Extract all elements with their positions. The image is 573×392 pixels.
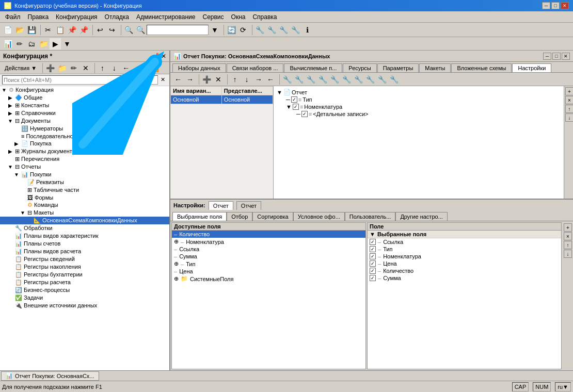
tree-item-requisites[interactable]: 📝 Реквизиты xyxy=(0,178,169,186)
settings-tab-fields[interactable]: Выбранные поля xyxy=(172,212,227,221)
menu-config[interactable]: Конфигурация xyxy=(53,12,101,22)
tree-item-documents[interactable]: ▼ ⊟ Документы xyxy=(0,117,169,125)
info-button[interactable]: ℹ xyxy=(301,24,313,36)
tree-item-accounting-regs[interactable]: 📋 Регистры бухгалтерии xyxy=(0,271,169,279)
edit-item[interactable]: ✏ xyxy=(68,62,79,74)
field-sel-link[interactable]: – Ссылка xyxy=(368,238,561,246)
new-button[interactable]: 📄 xyxy=(2,24,13,36)
tool1-button[interactable]: 🔧 xyxy=(254,24,265,36)
config-view-button[interactable]: 📊 xyxy=(2,38,13,50)
fwd-btn[interactable]: → xyxy=(184,74,196,85)
tab-nested[interactable]: Вложенные схемы xyxy=(451,63,512,73)
nomenclature-avail-expand[interactable]: ⊕ xyxy=(174,238,179,245)
tab-parameters[interactable]: Параметры xyxy=(377,63,419,73)
schema-del-btn[interactable]: × xyxy=(565,96,573,104)
field-item-price-avail[interactable]: – Цена xyxy=(172,268,365,275)
tool-e[interactable]: 🔧 xyxy=(329,74,340,85)
menu-admin[interactable]: Администрирование xyxy=(133,12,198,22)
settings-tab-cond[interactable]: Условное офо... xyxy=(293,212,345,221)
del-btn[interactable]: ✕ xyxy=(213,74,224,85)
config-edit-button[interactable]: ✏ xyxy=(14,38,25,50)
field-sel-quantity[interactable]: – Количество xyxy=(368,267,561,274)
tree-item-table-parts[interactable]: ⊞ Табличные части xyxy=(0,186,169,194)
tree-item-general[interactable]: ▶ 🔷 Общие xyxy=(0,94,169,102)
config-search-input[interactable] xyxy=(2,75,158,85)
tree-item-commands[interactable]: ⚙ Команды xyxy=(0,201,169,209)
nomenclature-checkbox[interactable] xyxy=(293,104,299,110)
schema-detail[interactable]: ─ ≡ <Детальные записи> xyxy=(276,110,562,118)
tree-item-directories[interactable]: ▶ ⊞ Справочники xyxy=(0,109,169,117)
tab-settings[interactable]: Настройки xyxy=(512,63,551,73)
search-input[interactable] xyxy=(147,25,209,35)
tool4-button[interactable]: 🔧 xyxy=(290,24,301,36)
cb-type[interactable] xyxy=(370,246,376,252)
tree-item-purchase-doc[interactable]: ▶ 📄 Покупка xyxy=(0,140,169,148)
tool-a[interactable]: 🔧 xyxy=(281,74,293,85)
tool-f[interactable]: 🔧 xyxy=(341,74,352,85)
tool-h[interactable]: 🔧 xyxy=(364,74,376,85)
tree-item-sequences[interactable]: ≡ Последовательности xyxy=(0,133,169,140)
run-dropdown[interactable]: ▼ xyxy=(61,38,73,50)
field-item-link-avail[interactable]: – Ссылка xyxy=(172,246,365,253)
save-button[interactable]: 💾 xyxy=(26,24,37,36)
tree-item-layouts[interactable]: ▼ ⊟ Макеты xyxy=(0,209,169,217)
sel-add-btn[interactable]: + xyxy=(564,223,572,232)
config-nav-button[interactable]: 🗂 xyxy=(26,38,37,50)
rp-minimize[interactable]: ─ xyxy=(543,53,551,60)
settings-subtab-report2[interactable]: Отчет xyxy=(236,201,261,210)
panel-close-button[interactable]: ✕ xyxy=(161,53,166,60)
tree-item-config[interactable]: ▼ ⚙ Конфигурация xyxy=(0,86,169,94)
tree-item-journals[interactable]: ▶ ⊞ Журналы документов xyxy=(0,148,169,155)
copy-button[interactable]: 📋 xyxy=(54,24,66,36)
field-item-quantity[interactable]: – Количество xyxy=(172,231,365,238)
tree-item-account-plans[interactable]: 📊 Планы счетов xyxy=(0,240,169,248)
type-expand[interactable]: ⊕ xyxy=(174,260,179,267)
menu-file[interactable]: Файл xyxy=(2,12,24,22)
open-button[interactable]: 📂 xyxy=(14,24,25,36)
tree-item-calc-regs[interactable]: 📋 Регистры расчета xyxy=(0,279,169,286)
tree-item-info-regs[interactable]: 📋 Регистры сведений xyxy=(0,255,169,263)
schema-add-btn[interactable]: + xyxy=(565,87,573,95)
cb-quantity[interactable] xyxy=(370,268,376,274)
tree-item-tasks[interactable]: ✅ Задачи xyxy=(0,294,169,302)
menu-windows[interactable]: Окна xyxy=(228,12,249,22)
filter[interactable]: 🔽 xyxy=(149,62,160,74)
tool-c[interactable]: 🔧 xyxy=(305,74,316,85)
tree-item-forms[interactable]: 🖼 Формы xyxy=(0,194,169,201)
delete-item[interactable]: ✕ xyxy=(80,62,91,74)
minimize-button[interactable]: ─ xyxy=(542,2,550,9)
tool-i[interactable]: 🔧 xyxy=(376,74,388,85)
tab-computed[interactable]: Вычисляемые п... xyxy=(284,63,342,73)
tree-item-processing[interactable]: 🔧 Обработки xyxy=(0,224,169,232)
tab-datasets[interactable]: Наборы данных xyxy=(172,63,226,73)
dn-btn[interactable]: ↓ xyxy=(241,74,252,85)
menu-debug[interactable]: Отладка xyxy=(102,12,132,22)
move-left[interactable]: ← xyxy=(120,62,132,74)
tool-g[interactable]: 🔧 xyxy=(353,74,364,85)
redo-button[interactable]: ↪ xyxy=(106,24,118,36)
field-item-nomenclature-avail[interactable]: ⊕ – Номенклатура xyxy=(172,238,365,246)
settings-tab-other[interactable]: Другие настро... xyxy=(395,212,447,221)
indent-btn[interactable]: → xyxy=(253,74,264,85)
tree-item-purchases-report[interactable]: ▼ 📊 Покупки xyxy=(0,171,169,178)
schema-type[interactable]: ─ ≡ Тип xyxy=(276,96,562,103)
run-button[interactable]: ▶ xyxy=(50,38,61,50)
tool-d[interactable]: 🔧 xyxy=(317,74,328,85)
outdent-btn[interactable]: ← xyxy=(265,74,276,85)
sync-button[interactable]: ⟳ xyxy=(237,24,249,36)
undo-button[interactable]: ↩ xyxy=(94,24,106,36)
settings-subtab-report1[interactable]: Отчет xyxy=(209,201,233,210)
sysfields-expand[interactable]: ⊕ xyxy=(174,275,179,282)
paste2-button[interactable]: 📌 xyxy=(78,24,89,36)
move-right[interactable]: → xyxy=(132,62,144,74)
dropdown-button[interactable]: ▼ xyxy=(209,24,220,36)
move-down[interactable]: ↓ xyxy=(108,62,120,74)
cb-nomenclature[interactable] xyxy=(370,253,376,259)
field-sel-sum[interactable]: – Сумма xyxy=(368,274,561,282)
close-button[interactable]: ✕ xyxy=(561,2,569,9)
lang-indicator[interactable]: ru▼ xyxy=(555,382,571,391)
field-sel-price[interactable]: – Цена xyxy=(368,260,561,267)
expand-all-icon[interactable]: ▼ xyxy=(370,231,375,237)
search-button[interactable]: 🔍 xyxy=(123,24,134,36)
tree-item-constants[interactable]: ▶ ⊞ Константы xyxy=(0,102,169,109)
